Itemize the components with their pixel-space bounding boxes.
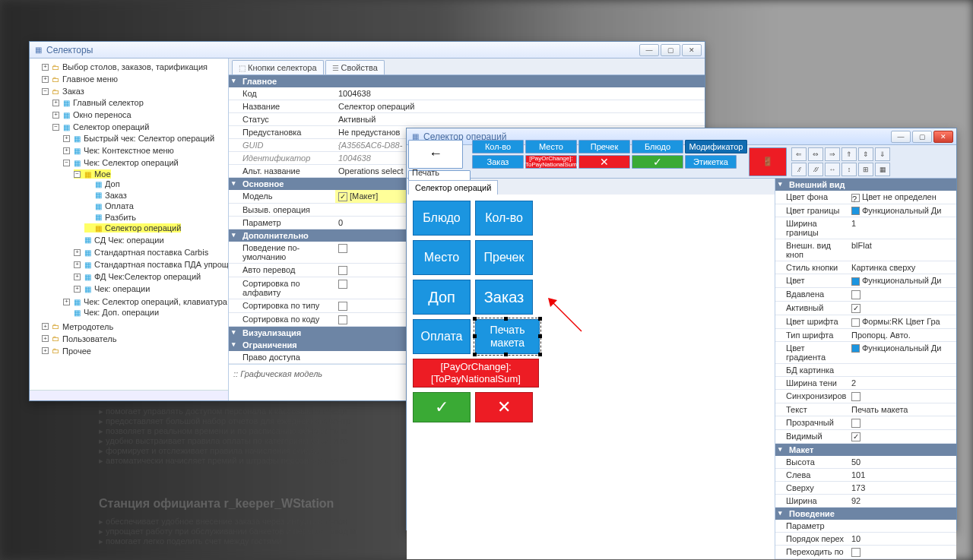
tree-item[interactable]: Прочее	[62, 346, 91, 356]
toolbar-ok-button[interactable]: ✓	[632, 155, 683, 169]
align-top-button[interactable]: ⇑	[841, 147, 857, 161]
prop-value[interactable]: 173	[848, 482, 956, 494]
toolbar-qty-button[interactable]: Кол-во	[472, 140, 524, 153]
tree-toggle[interactable]: +	[63, 147, 70, 154]
tree-item[interactable]: Окно переноса	[73, 110, 132, 119]
align-hcenter-button[interactable]: ⇔	[808, 147, 823, 161]
checkbox[interactable]	[851, 290, 860, 299]
tree-pane[interactable]: +🗀Выбор столов, заказов, тарификация +🗀Г…	[30, 59, 229, 400]
tree-item[interactable]: Заказ	[105, 191, 127, 200]
tree-item[interactable]: Выбор столов, заказов, тарификация	[62, 62, 208, 71]
prop-value[interactable]: Пропорц. Авто.	[848, 329, 956, 341]
tree-item[interactable]: Чек: Контекстное меню	[84, 146, 174, 155]
prop-value[interactable]	[848, 302, 956, 315]
win1-maximize-button[interactable]: ▢	[661, 44, 680, 56]
tree-toggle[interactable]: −	[52, 124, 59, 131]
prop-value[interactable]	[848, 364, 956, 376]
checkbox[interactable]	[338, 280, 347, 289]
prop-value[interactable]: 10	[848, 533, 956, 545]
tree-item-selected[interactable]: Мое	[94, 169, 111, 179]
align-vcenter-button[interactable]: ⇕	[858, 147, 873, 161]
tree-item[interactable]: Быстрый чек: Селектор операций	[84, 134, 214, 143]
canvas-btn-place[interactable]: Место	[413, 240, 471, 275]
checkbox[interactable]	[338, 244, 347, 253]
prop-value[interactable]: 92	[848, 495, 956, 507]
tree-toggle[interactable]: +	[52, 100, 59, 106]
tree-item[interactable]: Главное меню	[62, 74, 118, 84]
win1-minimize-button[interactable]: —	[639, 44, 659, 56]
toolbar-modifier-button[interactable]: Модификатор	[685, 140, 747, 153]
tab-buttons[interactable]: ⬚Кнопки селектора	[232, 60, 324, 74]
toolbar-back-button[interactable]: ←	[408, 140, 463, 169]
tree-item[interactable]: Разбить	[105, 213, 136, 222]
distribute-h-button[interactable]: ⫽	[791, 163, 807, 176]
align-left-button[interactable]: ⇐	[791, 147, 807, 161]
prop-value[interactable]: 1	[848, 217, 956, 239]
checkbox[interactable]	[851, 419, 860, 428]
prop-section[interactable]: Поведение	[775, 508, 956, 520]
canvas-btn-cancel[interactable]: ✕	[475, 392, 533, 422]
checkbox-icon[interactable]	[338, 192, 347, 201]
tree-item[interactable]: Селектор операций	[73, 122, 149, 131]
snap-grid-button[interactable]: ▦	[875, 163, 890, 176]
prop-value[interactable]: Картинка сверху	[848, 261, 956, 274]
tree-toggle[interactable]: +	[74, 249, 81, 256]
distribute-v-button[interactable]: ⫻	[808, 163, 823, 176]
tree-toggle[interactable]: −	[63, 160, 70, 166]
tree-item[interactable]: Доп	[105, 179, 120, 188]
prop-value[interactable]: Формы:RK Цвет Гра	[848, 315, 956, 328]
toolbar-payorchange-button[interactable]: [PayOrChange]: [ToPayNationalSum]	[525, 155, 577, 169]
tree-item[interactable]: Оплата	[105, 201, 134, 210]
toolbar-exit-button[interactable]: 🚪	[749, 147, 787, 176]
tree-item[interactable]: Стандартная поставка ПДА упрощ	[94, 260, 229, 269]
win2-minimize-button[interactable]: —	[891, 131, 911, 143]
tree-item[interactable]: Стандартная поставка Carbis	[94, 248, 208, 257]
tree-hscrollbar[interactable]	[30, 390, 228, 400]
prop-value[interactable]	[848, 288, 956, 301]
tree-item[interactable]: Чек: Доп. операции	[84, 308, 159, 317]
tree-item[interactable]: ФД Чек:Селектор операций	[94, 272, 201, 281]
tree-item-highlighted[interactable]: Селектор операций	[105, 223, 181, 233]
toolbar-place-button[interactable]: Место	[525, 140, 577, 153]
tree-toggle[interactable]: +	[52, 112, 59, 119]
win1-titlebar[interactable]: ▦ Селекторы — ▢ ✕	[30, 42, 705, 59]
checkbox[interactable]	[851, 304, 860, 313]
prop-value[interactable]: Функциональный Ди	[848, 274, 956, 287]
toolbar-precheck-button[interactable]: Пречек	[578, 140, 630, 153]
tree-item[interactable]: СД Чек: операции	[94, 236, 164, 245]
prop-value[interactable]: Селектор операций	[335, 100, 705, 112]
tree-item[interactable]: Чек: Селектор операций	[84, 158, 179, 167]
same-width-button[interactable]: ↔	[825, 163, 840, 176]
toolbar-label-button[interactable]: Этикетка	[685, 155, 737, 169]
tree-item[interactable]: Пользователь	[62, 334, 116, 343]
tree-toggle[interactable]: +	[74, 261, 81, 268]
prop-value[interactable]: Печать макета	[848, 403, 956, 416]
prop-value[interactable]: 101	[848, 469, 956, 481]
tree-item[interactable]: Чек: операции	[94, 284, 150, 293]
tree-toggle[interactable]: +	[63, 135, 70, 142]
same-height-button[interactable]: ↕	[841, 163, 857, 176]
tree-item[interactable]: Метродотель	[62, 322, 113, 331]
tree-toggle[interactable]: +	[42, 347, 49, 354]
prop-value[interactable]	[848, 520, 956, 532]
tree-toggle[interactable]: +	[42, 323, 49, 330]
toolbar-cancel-button[interactable]: ✕	[578, 155, 630, 169]
canvas-btn-ok[interactable]: ✓	[413, 392, 471, 422]
tree-toggle[interactable]: +	[42, 76, 49, 83]
canvas-btn-pay[interactable]: Оплата	[413, 319, 471, 354]
toolbar-order-button[interactable]: Заказ	[472, 155, 524, 169]
prop-section[interactable]: Главное	[229, 75, 705, 87]
tree-item[interactable]: Чек: Селектор операций, клавиатура	[84, 297, 227, 306]
canvas-btn-precheck[interactable]: Пречек	[475, 240, 533, 275]
prop-value[interactable]: 2	[848, 377, 956, 389]
prop-value[interactable]: ?Цвет не определен	[848, 191, 956, 204]
tree-toggle[interactable]: −	[42, 88, 49, 95]
tree-toggle[interactable]: −	[74, 171, 81, 178]
canvas-btn-payorchange[interactable]: [PayOrChange]: [ToPayNationalSum]	[413, 359, 539, 388]
tree-toggle[interactable]: +	[63, 299, 70, 305]
prop-value[interactable]: 50	[848, 456, 956, 468]
tree-item[interactable]: Главный селектор	[73, 98, 144, 107]
canvas-btn-printlayout-selected[interactable]: Печать макета	[475, 319, 540, 354]
canvas-btn-qty[interactable]: Кол-во	[475, 201, 533, 236]
prop-section[interactable]: Внешний вид	[775, 179, 956, 191]
